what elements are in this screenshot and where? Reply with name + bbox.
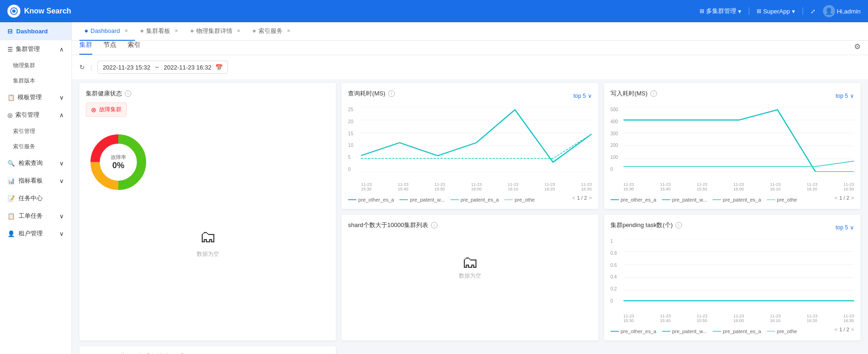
chevron-down-icon-3: ∨ bbox=[59, 94, 64, 101]
avatar: 👤 bbox=[823, 5, 835, 17]
plegend-line-4 bbox=[767, 331, 775, 332]
health-title: 集群健康状态 i bbox=[86, 89, 329, 98]
date-range-input[interactable]: 2022-11-23 15:32 ～ 2022-11-23 16:32 📅 bbox=[97, 61, 227, 74]
pending-page-prev[interactable]: < bbox=[835, 327, 837, 332]
write-chart-footer: pre_other_es_a pre_patent_w... pre_paten… bbox=[611, 193, 854, 202]
shard-empty: 🗂 数据为空 bbox=[348, 234, 592, 298]
sidebar-item-tenant[interactable]: 👤 租户管理 ∨ bbox=[0, 225, 71, 242]
query-y-axis: 2520151050 bbox=[348, 107, 361, 172]
pending-y-axis: 10.80.60.40.20 bbox=[611, 239, 624, 303]
sidebar-item-metrics[interactable]: 📊 指标看板 ∨ bbox=[0, 172, 71, 190]
sidebar-item-dashboard[interactable]: ⊟ Dashboard bbox=[0, 22, 71, 40]
settings-btn[interactable]: ⚙ bbox=[854, 42, 861, 55]
write-legend: pre_other_es_a pre_patent_w... pre_paten… bbox=[611, 197, 797, 202]
error-icon: ⊗ bbox=[91, 106, 96, 114]
sidebar-group-template-header[interactable]: 📋 模板管理 ∨ bbox=[0, 88, 71, 106]
sidebar: ⊟ Dashboard ☰ 集群管理 ∧ 物理集群 集群版本 📋 模板管理 ∨ bbox=[0, 22, 72, 354]
error-badge: ⊗ 故障集群 bbox=[86, 102, 127, 117]
tab-dashboard[interactable]: Dashboard ✕ bbox=[79, 22, 135, 41]
write-top-selector[interactable]: top 5 ∨ bbox=[836, 93, 854, 99]
pending-legend: pre_other_es_a pre_patent_w... pre_paten… bbox=[611, 329, 797, 334]
start-date: 2022-11-23 15:32 bbox=[103, 64, 150, 71]
legend-line-1 bbox=[348, 199, 356, 200]
tab-physical-cluster[interactable]: 物理集群详情 ✕ bbox=[185, 22, 247, 41]
shard-info-icon[interactable]: i bbox=[431, 222, 437, 228]
query-page-nav: < 1 / 2 > bbox=[572, 195, 592, 201]
write-chart-header: 写入耗时(MS) i top 5 ∨ bbox=[611, 89, 854, 102]
svg-point-1 bbox=[12, 9, 15, 13]
page-prev-btn[interactable]: < bbox=[572, 195, 575, 201]
page-next-btn[interactable]: > bbox=[589, 195, 592, 201]
header-divider bbox=[749, 7, 749, 15]
legend-2: pre_patent_w... bbox=[399, 197, 444, 202]
pending-info-icon[interactable]: i bbox=[675, 222, 682, 228]
sidebar-item-index-mgr[interactable]: 索引管理 bbox=[0, 124, 71, 139]
plegend-2: pre_patent_w... bbox=[662, 329, 707, 334]
write-chart-svg-area bbox=[624, 107, 854, 172]
header-right: ⊞ 多集群管理 ▾ ⊞ SuperApp ▾ ⤢ 👤 Hi,admin bbox=[700, 5, 861, 17]
chevron-down-icon-6: ∨ bbox=[59, 213, 64, 220]
sub-tab-cluster[interactable]: 集群 bbox=[79, 41, 92, 55]
query-legend: pre_other_es_a pre_patent_w... pre_paten… bbox=[348, 197, 534, 202]
chevron-up-icon-2: ∧ bbox=[59, 112, 64, 119]
fullscreen-btn[interactable]: ⤢ bbox=[810, 8, 816, 15]
tab-close-cluster[interactable]: ✕ bbox=[173, 28, 180, 34]
write-page-prev[interactable]: < bbox=[835, 195, 837, 201]
sub-tab-bar: 集群 节点 索引 ⚙ bbox=[72, 41, 868, 55]
pending-chart-header: 集群pending task数(个) i top 5 ∨ bbox=[611, 221, 854, 234]
chevron-down-icon-2: ▾ bbox=[792, 8, 795, 15]
user-menu[interactable]: 👤 Hi,admin bbox=[823, 5, 861, 17]
tabs-bar: Dashboard ✕ 集群看板 ✕ 物理集群详情 ✕ 索引服务 ✕ bbox=[72, 22, 868, 41]
sidebar-item-cluster-version[interactable]: 集群版本 bbox=[0, 73, 71, 88]
super-app[interactable]: ⊞ SuperApp ▾ bbox=[757, 8, 795, 15]
logo-icon bbox=[7, 5, 20, 18]
tab-dot-index bbox=[253, 30, 256, 32]
query-top-selector[interactable]: top 5 ∨ bbox=[573, 93, 592, 99]
query-chart-footer: pre_other_es_a pre_patent_w... pre_paten… bbox=[348, 193, 592, 202]
empty-data-area: 🗂 数据为空 bbox=[197, 213, 219, 272]
tab-close-index[interactable]: ✕ bbox=[285, 28, 292, 34]
sidebar-item-index-service[interactable]: 索引服务 bbox=[0, 139, 71, 154]
write-chart-card: 写入耗时(MS) i top 5 ∨ 5004003002001000 bbox=[604, 83, 861, 209]
query-info-icon[interactable]: i bbox=[388, 90, 395, 97]
plegend-3: pre_patent_es_a bbox=[713, 329, 761, 334]
sidebar-item-search[interactable]: 🔍 检索查询 ∨ bbox=[0, 154, 71, 172]
sidebar-item-physical-cluster[interactable]: 物理集群 bbox=[0, 58, 71, 73]
sidebar-group-index-header[interactable]: ◎ 索引管理 ∧ bbox=[0, 106, 71, 124]
sidebar-group-cluster-header[interactable]: ☰ 集群管理 ∧ bbox=[0, 40, 71, 58]
chevron-down-icon: ▾ bbox=[738, 8, 741, 15]
write-page-nav: < 1 / 2 > bbox=[835, 195, 854, 201]
sub-tab-node[interactable]: 节点 bbox=[103, 41, 116, 55]
refresh-icon[interactable]: ↻ bbox=[79, 63, 85, 71]
calendar-icon[interactable]: 📅 bbox=[215, 64, 223, 71]
pending-top-selector[interactable]: top 5 ∨ bbox=[836, 224, 854, 231]
sub-tab-index[interactable]: 索引 bbox=[128, 41, 141, 55]
health-info-icon[interactable]: i bbox=[125, 90, 131, 97]
write-info-icon[interactable]: i bbox=[650, 90, 657, 97]
plegend-line-3 bbox=[713, 331, 721, 332]
sidebar-item-tasks[interactable]: 📝 任务中心 bbox=[0, 190, 71, 207]
write-page-next[interactable]: > bbox=[851, 195, 854, 201]
tilde: ～ bbox=[154, 63, 160, 71]
cluster-mgr[interactable]: ⊞ 多集群管理 ▾ bbox=[700, 7, 741, 15]
sidebar-group-index: ◎ 索引管理 ∧ 索引管理 索引服务 bbox=[0, 106, 71, 154]
gear-icon[interactable]: ⚙ bbox=[854, 43, 861, 51]
tab-close-dashboard[interactable]: ✕ bbox=[123, 28, 129, 34]
tab-index-service[interactable]: 索引服务 ✕ bbox=[247, 22, 297, 41]
pending-page-next[interactable]: > bbox=[851, 327, 854, 332]
wlegend-line-1 bbox=[611, 199, 619, 200]
pending-chart-inner: 10.80.60.40.20 bbox=[611, 239, 854, 313]
chevron-down-icon-pending: ∨ bbox=[850, 224, 854, 231]
logo: Know Search bbox=[7, 5, 71, 18]
tab-cluster-board[interactable]: 集群看板 ✕ bbox=[135, 22, 185, 41]
tab-close-physical[interactable]: ✕ bbox=[235, 28, 242, 34]
pending-chart-footer: pre_other_es_a pre_patent_w... pre_paten… bbox=[611, 325, 854, 334]
shard-title: shard个数大于10000集群列表 i bbox=[348, 221, 592, 229]
donut-center: 故障率 0% bbox=[111, 154, 126, 171]
wlegend-2: pre_patent_w... bbox=[662, 197, 707, 202]
tasks-icon: 📝 bbox=[7, 195, 15, 202]
sidebar-item-work-orders[interactable]: 📋 工单任务 ∨ bbox=[0, 207, 71, 225]
plegend-1: pre_other_es_a bbox=[611, 329, 656, 334]
chevron-up-icon: ∧ bbox=[59, 46, 64, 53]
pending-page-nav: < 1 / 2 > bbox=[835, 327, 854, 332]
